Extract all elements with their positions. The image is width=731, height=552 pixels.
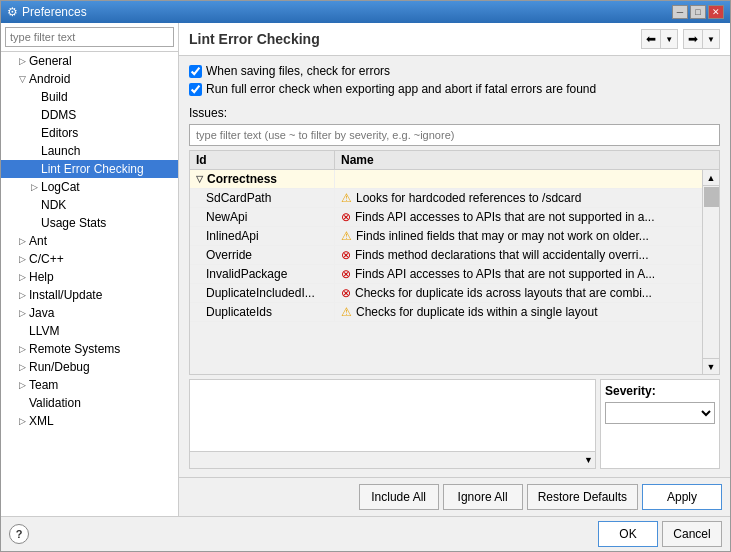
forward-nav-group: ➡ ▼ — [683, 29, 720, 49]
sidebar-item-java[interactable]: ▷ Java — [1, 304, 178, 322]
row-id-label: DuplicateIncludedI... — [206, 286, 315, 300]
sidebar-item-xml[interactable]: ▷ XML — [1, 412, 178, 430]
row-id-label: DuplicateIds — [206, 305, 272, 319]
include-all-button[interactable]: Include All — [359, 484, 439, 510]
severity-select[interactable]: Error Warning Ignore Default — [605, 402, 715, 424]
apply-button[interactable]: Apply — [642, 484, 722, 510]
sidebar: ▷ General ▽ Android Build DDMS Edit — [1, 23, 179, 516]
cell-name: ⊗ Finds API accesses to APIs that are no… — [335, 265, 702, 283]
expand-icon: ▷ — [29, 182, 39, 192]
forward-button[interactable]: ➡ — [684, 30, 702, 48]
cell-id: SdCardPath — [190, 189, 335, 207]
check-export-input[interactable] — [189, 83, 202, 96]
row-name-label: Looks for hardcoded references to /sdcar… — [356, 191, 581, 205]
sidebar-item-ndk[interactable]: NDK — [1, 196, 178, 214]
sidebar-item-cpp[interactable]: ▷ C/C++ — [1, 250, 178, 268]
table-scrollbar[interactable]: ▲ ▼ — [702, 170, 719, 374]
table-row[interactable]: ▽ Correctness — [190, 170, 702, 189]
back-dropdown-button[interactable]: ▼ — [661, 30, 677, 48]
cell-id: InvalidPackage — [190, 265, 335, 283]
restore-defaults-button[interactable]: Restore Defaults — [527, 484, 638, 510]
row-id-label: SdCardPath — [206, 191, 271, 205]
ok-button[interactable]: OK — [598, 521, 658, 547]
sidebar-item-logcat[interactable]: ▷ LogCat — [1, 178, 178, 196]
expand-icon: ▷ — [17, 290, 27, 300]
sidebar-item-launch[interactable]: Launch — [1, 142, 178, 160]
row-name-label: Finds API accesses to APIs that are not … — [355, 210, 655, 224]
row-id-label: InvalidPackage — [206, 267, 287, 281]
error-icon: ⊗ — [341, 267, 351, 281]
maximize-button[interactable]: □ — [690, 5, 706, 19]
sidebar-item-install-update[interactable]: ▷ Install/Update — [1, 286, 178, 304]
cell-id: Override — [190, 246, 335, 264]
table-row[interactable]: NewApi ⊗ Finds API accesses to APIs that… — [190, 208, 702, 227]
sidebar-item-llvm[interactable]: LLVM — [1, 322, 178, 340]
ignore-all-button[interactable]: Ignore All — [443, 484, 523, 510]
sidebar-item-label: XML — [29, 414, 54, 428]
cell-id: DuplicateIncludedI... — [190, 284, 335, 302]
error-icon: ⊗ — [341, 248, 351, 262]
sidebar-item-label: General — [29, 54, 72, 68]
checkbox-export-row: Run full error check when exporting app … — [189, 82, 720, 96]
sidebar-item-label: Java — [29, 306, 54, 320]
sidebar-item-label: Team — [29, 378, 58, 392]
table-and-scrollbar: Id Name ▽ Correctness — [189, 150, 720, 375]
sidebar-filter-input[interactable] — [5, 27, 174, 47]
sidebar-item-team[interactable]: ▷ Team — [1, 376, 178, 394]
table-row[interactable]: InvalidPackage ⊗ Finds API accesses to A… — [190, 265, 702, 284]
table-row[interactable]: SdCardPath ⚠ Looks for hardcoded referen… — [190, 189, 702, 208]
expand-icon: ▽ — [17, 74, 27, 84]
sidebar-item-run-debug[interactable]: ▷ Run/Debug — [1, 358, 178, 376]
detail-area — [189, 379, 596, 452]
row-id-label: NewApi — [206, 210, 247, 224]
forward-dropdown-button[interactable]: ▼ — [703, 30, 719, 48]
sidebar-item-android[interactable]: ▽ Android — [1, 70, 178, 88]
bottom-bar: ? OK Cancel — [1, 516, 730, 551]
sidebar-item-label: Android — [29, 72, 70, 86]
sidebar-item-remote-systems[interactable]: ▷ Remote Systems — [1, 340, 178, 358]
content-header: Lint Error Checking ⬅ ▼ ➡ ▼ — [179, 23, 730, 56]
sidebar-item-label: LogCat — [41, 180, 80, 194]
table-row[interactable]: DuplicateIncludedI... ⊗ Checks for dupli… — [190, 284, 702, 303]
nav-buttons: ⬅ ▼ ➡ ▼ — [641, 29, 720, 49]
table-row[interactable]: InlinedApi ⚠ Finds inlined fields that m… — [190, 227, 702, 246]
sidebar-item-ant[interactable]: ▷ Ant — [1, 232, 178, 250]
scroll-up-button[interactable]: ▲ — [703, 170, 719, 186]
help-button[interactable]: ? — [9, 524, 29, 544]
sidebar-item-help[interactable]: ▷ Help — [1, 268, 178, 286]
sidebar-item-editors[interactable]: Editors — [1, 124, 178, 142]
sidebar-item-label: Launch — [41, 144, 80, 158]
sidebar-item-label: Validation — [29, 396, 81, 410]
close-button[interactable]: ✕ — [708, 5, 724, 19]
table-row[interactable]: Override ⊗ Finds method declarations tha… — [190, 246, 702, 265]
severity-panel: Severity: Error Warning Ignore Default — [600, 379, 720, 469]
sidebar-item-validation[interactable]: Validation — [1, 394, 178, 412]
sidebar-item-build[interactable]: Build — [1, 88, 178, 106]
check-save-input[interactable] — [189, 65, 202, 78]
cell-id: ▽ Correctness — [190, 170, 335, 188]
expand-icon: ▷ — [17, 416, 27, 426]
sidebar-item-ddms[interactable]: DDMS — [1, 106, 178, 124]
issues-filter-input[interactable] — [189, 124, 720, 146]
sidebar-item-label: C/C++ — [29, 252, 64, 266]
cell-id: NewApi — [190, 208, 335, 226]
minimize-button[interactable]: ─ — [672, 5, 688, 19]
sidebar-item-lint-error-checking[interactable]: Lint Error Checking — [1, 160, 178, 178]
row-id-label: InlinedApi — [206, 229, 259, 243]
sidebar-item-general[interactable]: ▷ General — [1, 52, 178, 70]
sidebar-item-label: Lint Error Checking — [41, 162, 144, 176]
row-name-label: Finds API accesses to APIs that are not … — [355, 267, 655, 281]
back-button[interactable]: ⬅ — [642, 30, 660, 48]
table-row[interactable]: DuplicateIds ⚠ Checks for duplicate ids … — [190, 303, 702, 322]
error-icon: ⊗ — [341, 286, 351, 300]
footer-buttons: Include All Ignore All Restore Defaults … — [179, 477, 730, 516]
scroll-thumb[interactable] — [704, 187, 719, 207]
issues-label: Issues: — [189, 106, 720, 120]
sidebar-item-usage-stats[interactable]: Usage Stats — [1, 214, 178, 232]
title-bar: ⚙ Preferences ─ □ ✕ — [1, 1, 730, 23]
detail-scrollbar-bottom[interactable]: ▼ — [584, 455, 593, 465]
sidebar-item-label: Help — [29, 270, 54, 284]
cancel-button[interactable]: Cancel — [662, 521, 722, 547]
issues-section: Issues: Id Name — [189, 106, 720, 469]
scroll-down-button[interactable]: ▼ — [703, 358, 719, 374]
